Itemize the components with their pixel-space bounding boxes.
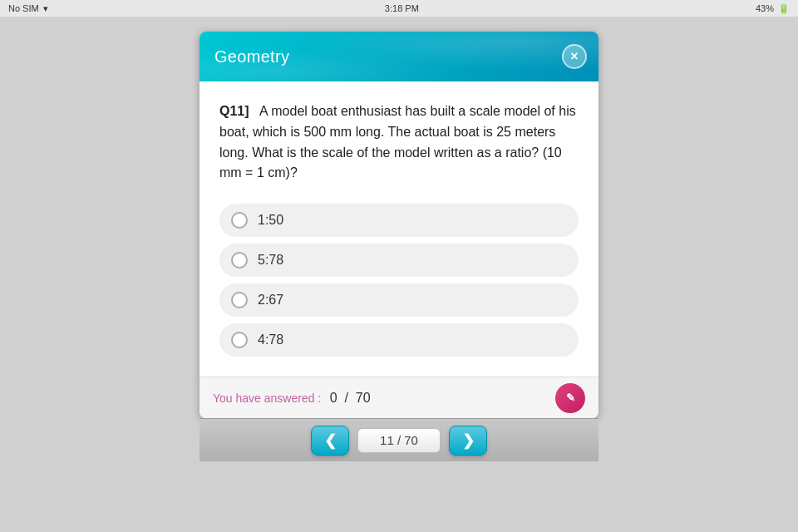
question-body: A model boat enthusiast has built a scal… <box>219 104 576 180</box>
navigation-bar: ❮ 11 / 70 ❯ <box>200 418 598 461</box>
quiz-card: Geometry × Q11] A model boat enthusiast … <box>200 32 598 418</box>
next-button[interactable]: ❯ <box>449 426 487 456</box>
status-left: No SIM ▾ <box>8 3 48 14</box>
bottom-status-bar: You have answered : 0 / 70 ✎ <box>200 377 598 418</box>
status-right: 43% 🔋 <box>756 3 790 14</box>
radio-c <box>231 292 248 308</box>
card-header: Geometry × <box>200 32 598 81</box>
answered-count: 0 / 70 <box>326 391 370 406</box>
option-c[interactable]: 2:67 <box>219 283 579 317</box>
logo-icon: ✎ <box>566 392 575 404</box>
current-page: 11 <box>380 433 394 447</box>
option-b-label: 5:78 <box>258 253 283 268</box>
question-area: Q11] A model boat enthusiast has built a… <box>200 81 598 377</box>
option-a[interactable]: 1:50 <box>219 204 579 237</box>
battery-icon: 🔋 <box>778 3 790 14</box>
wifi-icon: ▾ <box>43 3 48 14</box>
answered-section: You have answered : 0 / 70 <box>213 391 371 406</box>
carrier-label: No SIM <box>8 3 39 13</box>
radio-a <box>231 212 248 229</box>
status-bar: No SIM ▾ 3:18 PM 43% 🔋 <box>0 0 798 17</box>
radio-b <box>231 252 248 268</box>
close-button[interactable]: × <box>562 44 587 69</box>
option-b[interactable]: 5:78 <box>219 244 579 277</box>
time-label: 3:18 PM <box>385 3 419 13</box>
option-a-label: 1:50 <box>258 213 283 228</box>
battery-pct-label: 43% <box>756 3 774 13</box>
option-c-label: 2:67 <box>258 293 283 308</box>
page-separator: / <box>394 433 405 447</box>
radio-d <box>231 332 248 348</box>
answered-label: You have answered : <box>213 392 321 405</box>
logo-badge: ✎ <box>555 383 585 413</box>
question-text: Q11] A model boat enthusiast has built a… <box>219 101 579 184</box>
option-d[interactable]: 4:78 <box>219 323 579 357</box>
option-d-label: 4:78 <box>258 332 283 347</box>
prev-button[interactable]: ❮ <box>311 426 349 456</box>
page-display: 11 / 70 <box>357 428 441 453</box>
question-number: Q11] <box>219 104 249 118</box>
quiz-title: Geometry <box>214 47 289 66</box>
total-pages: 70 <box>404 433 418 447</box>
